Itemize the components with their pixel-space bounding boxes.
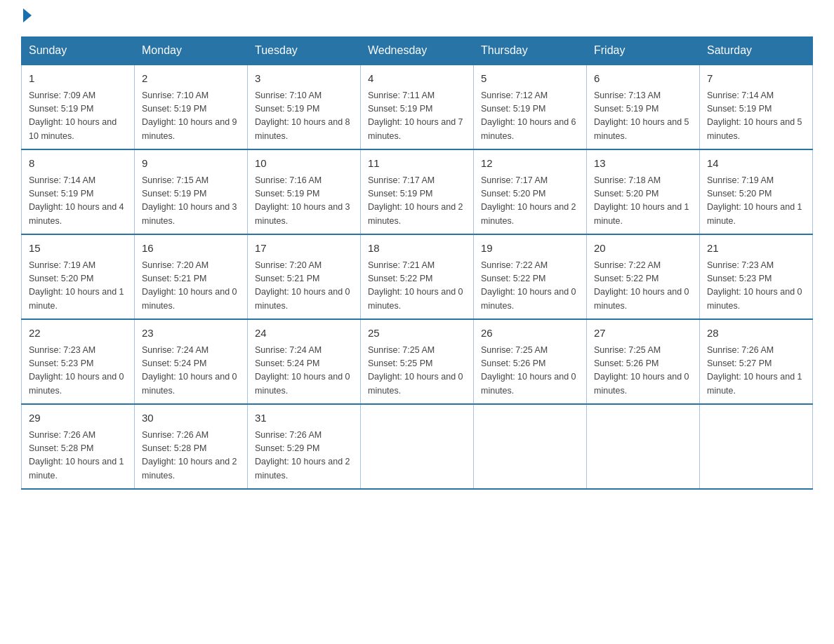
day-number: 25 — [368, 326, 466, 342]
day-info: Sunrise: 7:25 AMSunset: 5:25 PMDaylight:… — [368, 344, 466, 398]
day-number: 4 — [368, 71, 466, 87]
day-info: Sunrise: 7:26 AMSunset: 5:29 PMDaylight:… — [255, 429, 353, 483]
calendar-cell: 4Sunrise: 7:11 AMSunset: 5:19 PMDaylight… — [361, 65, 474, 149]
day-info: Sunrise: 7:23 AMSunset: 5:23 PMDaylight:… — [707, 259, 805, 314]
days-header-row: SundayMondayTuesdayWednesdayThursdayFrid… — [22, 37, 813, 65]
day-number: 11 — [368, 156, 466, 172]
calendar-cell: 25Sunrise: 7:25 AMSunset: 5:25 PMDayligh… — [361, 319, 474, 404]
header-sunday: Sunday — [22, 37, 135, 65]
day-info: Sunrise: 7:10 AMSunset: 5:19 PMDaylight:… — [142, 89, 240, 144]
day-number: 17 — [255, 241, 353, 257]
calendar-cell: 13Sunrise: 7:18 AMSunset: 5:20 PMDayligh… — [587, 149, 700, 234]
calendar-cell: 16Sunrise: 7:20 AMSunset: 5:21 PMDayligh… — [135, 234, 248, 319]
calendar-cell: 24Sunrise: 7:24 AMSunset: 5:24 PMDayligh… — [248, 319, 361, 404]
header-tuesday: Tuesday — [248, 37, 361, 65]
day-number: 24 — [255, 326, 353, 342]
calendar-cell: 17Sunrise: 7:20 AMSunset: 5:21 PMDayligh… — [248, 234, 361, 319]
day-info: Sunrise: 7:13 AMSunset: 5:19 PMDaylight:… — [594, 89, 692, 144]
day-info: Sunrise: 7:12 AMSunset: 5:19 PMDaylight:… — [481, 89, 579, 144]
week-row-5: 29Sunrise: 7:26 AMSunset: 5:28 PMDayligh… — [22, 404, 813, 489]
calendar-cell — [700, 404, 813, 489]
calendar-cell — [361, 404, 474, 489]
calendar-table: SundayMondayTuesdayWednesdayThursdayFrid… — [21, 36, 813, 490]
day-info: Sunrise: 7:17 AMSunset: 5:20 PMDaylight:… — [481, 174, 579, 229]
calendar-cell: 18Sunrise: 7:21 AMSunset: 5:22 PMDayligh… — [361, 234, 474, 319]
day-info: Sunrise: 7:18 AMSunset: 5:20 PMDaylight:… — [594, 174, 692, 229]
calendar-cell — [474, 404, 587, 489]
day-number: 16 — [142, 241, 240, 257]
day-number: 5 — [481, 71, 579, 87]
day-number: 26 — [481, 326, 579, 342]
day-number: 28 — [707, 326, 805, 342]
day-info: Sunrise: 7:26 AMSunset: 5:28 PMDaylight:… — [29, 429, 127, 483]
day-number: 21 — [707, 241, 805, 257]
calendar-cell: 3Sunrise: 7:10 AMSunset: 5:19 PMDaylight… — [248, 65, 361, 149]
day-number: 30 — [142, 410, 240, 427]
header — [21, 14, 813, 22]
day-info: Sunrise: 7:23 AMSunset: 5:23 PMDaylight:… — [29, 344, 127, 398]
header-monday: Monday — [135, 37, 248, 65]
calendar-cell: 31Sunrise: 7:26 AMSunset: 5:29 PMDayligh… — [248, 404, 361, 489]
logo — [21, 14, 32, 22]
day-number: 15 — [29, 241, 127, 257]
calendar-cell: 20Sunrise: 7:22 AMSunset: 5:22 PMDayligh… — [587, 234, 700, 319]
day-info: Sunrise: 7:24 AMSunset: 5:24 PMDaylight:… — [142, 344, 240, 398]
calendar-cell: 7Sunrise: 7:14 AMSunset: 5:19 PMDaylight… — [700, 65, 813, 149]
day-info: Sunrise: 7:21 AMSunset: 5:22 PMDaylight:… — [368, 259, 466, 314]
day-number: 10 — [255, 156, 353, 172]
calendar-cell — [587, 404, 700, 489]
logo-arrow-icon — [23, 8, 32, 22]
day-info: Sunrise: 7:25 AMSunset: 5:26 PMDaylight:… — [481, 344, 579, 398]
day-number: 2 — [142, 71, 240, 87]
day-number: 14 — [707, 156, 805, 172]
header-friday: Friday — [587, 37, 700, 65]
calendar-cell: 12Sunrise: 7:17 AMSunset: 5:20 PMDayligh… — [474, 149, 587, 234]
day-info: Sunrise: 7:19 AMSunset: 5:20 PMDaylight:… — [29, 259, 127, 314]
day-number: 9 — [142, 156, 240, 172]
day-info: Sunrise: 7:22 AMSunset: 5:22 PMDaylight:… — [481, 259, 579, 314]
calendar-cell: 8Sunrise: 7:14 AMSunset: 5:19 PMDaylight… — [22, 149, 135, 234]
day-number: 29 — [29, 410, 127, 427]
day-number: 12 — [481, 156, 579, 172]
day-info: Sunrise: 7:11 AMSunset: 5:19 PMDaylight:… — [368, 89, 466, 144]
week-row-2: 8Sunrise: 7:14 AMSunset: 5:19 PMDaylight… — [22, 149, 813, 234]
day-info: Sunrise: 7:14 AMSunset: 5:19 PMDaylight:… — [707, 89, 805, 144]
day-info: Sunrise: 7:24 AMSunset: 5:24 PMDaylight:… — [255, 344, 353, 398]
calendar-cell: 23Sunrise: 7:24 AMSunset: 5:24 PMDayligh… — [135, 319, 248, 404]
calendar-cell: 2Sunrise: 7:10 AMSunset: 5:19 PMDaylight… — [135, 65, 248, 149]
calendar-cell: 6Sunrise: 7:13 AMSunset: 5:19 PMDaylight… — [587, 65, 700, 149]
day-info: Sunrise: 7:17 AMSunset: 5:19 PMDaylight:… — [368, 174, 466, 229]
week-row-3: 15Sunrise: 7:19 AMSunset: 5:20 PMDayligh… — [22, 234, 813, 319]
day-number: 18 — [368, 241, 466, 257]
calendar-cell: 26Sunrise: 7:25 AMSunset: 5:26 PMDayligh… — [474, 319, 587, 404]
day-number: 8 — [29, 156, 127, 172]
day-info: Sunrise: 7:19 AMSunset: 5:20 PMDaylight:… — [707, 174, 805, 229]
day-info: Sunrise: 7:26 AMSunset: 5:28 PMDaylight:… — [142, 429, 240, 483]
calendar-cell: 15Sunrise: 7:19 AMSunset: 5:20 PMDayligh… — [22, 234, 135, 319]
day-number: 7 — [707, 71, 805, 87]
calendar-cell: 28Sunrise: 7:26 AMSunset: 5:27 PMDayligh… — [700, 319, 813, 404]
day-info: Sunrise: 7:20 AMSunset: 5:21 PMDaylight:… — [142, 259, 240, 314]
day-info: Sunrise: 7:09 AMSunset: 5:19 PMDaylight:… — [29, 89, 127, 144]
day-number: 27 — [594, 326, 692, 342]
header-wednesday: Wednesday — [361, 37, 474, 65]
day-number: 13 — [594, 156, 692, 172]
day-info: Sunrise: 7:22 AMSunset: 5:22 PMDaylight:… — [594, 259, 692, 314]
day-info: Sunrise: 7:14 AMSunset: 5:19 PMDaylight:… — [29, 174, 127, 229]
day-info: Sunrise: 7:26 AMSunset: 5:27 PMDaylight:… — [707, 344, 805, 398]
calendar-cell: 27Sunrise: 7:25 AMSunset: 5:26 PMDayligh… — [587, 319, 700, 404]
header-saturday: Saturday — [700, 37, 813, 65]
calendar-cell: 11Sunrise: 7:17 AMSunset: 5:19 PMDayligh… — [361, 149, 474, 234]
calendar-cell: 22Sunrise: 7:23 AMSunset: 5:23 PMDayligh… — [22, 319, 135, 404]
day-number: 6 — [594, 71, 692, 87]
day-number: 22 — [29, 326, 127, 342]
day-info: Sunrise: 7:20 AMSunset: 5:21 PMDaylight:… — [255, 259, 353, 314]
calendar-cell: 14Sunrise: 7:19 AMSunset: 5:20 PMDayligh… — [700, 149, 813, 234]
calendar-cell: 1Sunrise: 7:09 AMSunset: 5:19 PMDaylight… — [22, 65, 135, 149]
calendar-cell: 30Sunrise: 7:26 AMSunset: 5:28 PMDayligh… — [135, 404, 248, 489]
day-number: 31 — [255, 410, 353, 427]
day-number: 23 — [142, 326, 240, 342]
day-info: Sunrise: 7:25 AMSunset: 5:26 PMDaylight:… — [594, 344, 692, 398]
calendar-cell: 9Sunrise: 7:15 AMSunset: 5:19 PMDaylight… — [135, 149, 248, 234]
calendar-cell: 5Sunrise: 7:12 AMSunset: 5:19 PMDaylight… — [474, 65, 587, 149]
